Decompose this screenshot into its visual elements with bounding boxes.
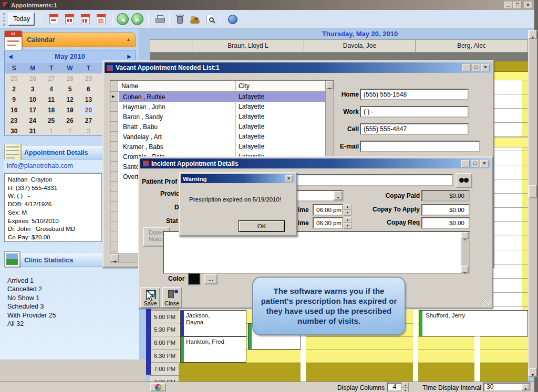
appointment-hankton[interactable]: Hankton, Fred: [180, 336, 246, 363]
display-columns-spinner[interactable]: ▲ ▼: [402, 383, 409, 391]
calendar-day[interactable]: 4: [42, 84, 60, 94]
notes-scroll-up-button[interactable]: ▲: [461, 232, 469, 239]
incident-minimize-button[interactable]: _: [461, 160, 470, 167]
calendar-day[interactable]: 25: [5, 73, 23, 84]
end-time-field[interactable]: 06:30 pm: [313, 217, 343, 229]
calendar-day[interactable]: 27: [42, 73, 60, 84]
spin-down-icon[interactable]: ▼: [402, 388, 409, 392]
multi-view-icon[interactable]: [95, 13, 107, 25]
table-row[interactable]: Kramer , Babs Lafayette: [119, 142, 326, 152]
incident-titlebar[interactable]: Incident Appointment Details _ □ ×: [140, 158, 491, 168]
scroll-down-button[interactable]: ▼: [529, 368, 537, 377]
back-button[interactable]: ◀: [117, 13, 129, 25]
appointment-jackson[interactable]: Jackson, Dayna: [180, 310, 246, 336]
collapse-icon[interactable]: ▴: [127, 36, 130, 42]
calendar-day[interactable]: 24: [23, 115, 42, 126]
calendar-day[interactable]: 10: [23, 94, 42, 105]
find-patient-button[interactable]: [456, 173, 472, 188]
month-view-icon[interactable]: [79, 13, 91, 25]
calendar-day[interactable]: 12: [60, 94, 79, 105]
table-row[interactable]: Hayman , John Lafayette: [119, 102, 326, 112]
calendar-day[interactable]: 26: [23, 73, 42, 84]
web-globe-icon[interactable]: [226, 13, 239, 25]
calendar-day[interactable]: 18: [42, 105, 60, 115]
next-month-button[interactable]: ▶: [127, 54, 131, 59]
ok-button[interactable]: OK: [239, 220, 285, 232]
close-button[interactable]: ×: [524, 2, 532, 9]
calendar-day[interactable]: 3: [79, 126, 98, 136]
work-phone-field[interactable]: ( ) -: [360, 106, 469, 118]
calendar-day[interactable]: 16: [5, 105, 23, 115]
table-row[interactable]: Baron , Sandy Lafayette: [119, 112, 326, 122]
warning-close-button[interactable]: ×: [285, 175, 293, 182]
print-icon[interactable]: [153, 13, 166, 25]
column-header-name[interactable]: Name: [118, 81, 235, 92]
week-view-icon[interactable]: [63, 13, 76, 25]
calendar-day[interactable]: 29: [79, 73, 98, 84]
scrollbar-thumb[interactable]: [529, 185, 537, 198]
table-scroll-left-button[interactable]: ◀: [110, 254, 119, 262]
calendar-day[interactable]: 13: [79, 94, 98, 105]
vacant-minimize-button[interactable]: _: [462, 64, 471, 71]
table-row[interactable]: Bhatt , Babu Lafayette: [119, 122, 326, 132]
prev-month-button[interactable]: ◀: [8, 54, 13, 59]
incident-close-button[interactable]: ×: [480, 160, 489, 167]
cell-phone-field[interactable]: (555) 555-4847: [360, 123, 469, 135]
vacant-close-button[interactable]: ×: [481, 64, 490, 71]
calendar-day[interactable]: 1: [42, 126, 60, 136]
calendar-day[interactable]: 17: [23, 105, 42, 115]
calendar-section-header[interactable]: Calendar ▴: [15, 33, 136, 47]
color-legend-button[interactable]: [150, 383, 166, 391]
calendar-day[interactable]: 2: [60, 126, 79, 136]
minimize-button[interactable]: _: [504, 2, 512, 9]
time-interval-dropdown[interactable]: 30 ▼: [483, 383, 531, 391]
day-view-icon[interactable]: [47, 13, 60, 25]
delete-icon[interactable]: [173, 13, 186, 25]
calendar-day[interactable]: 3: [23, 84, 42, 94]
warning-titlebar[interactable]: Warning ×: [181, 174, 295, 183]
dropdown-button[interactable]: ▼: [522, 384, 530, 390]
notes-scrollbar[interactable]: ▲ ▼: [461, 232, 469, 273]
calendar-day[interactable]: 30: [5, 126, 23, 136]
provider-column-header[interactable]: Braun, Lloyd L: [192, 39, 304, 52]
forward-button[interactable]: ▶: [131, 13, 143, 25]
provider-column-header[interactable]: Berg, Alec: [415, 39, 528, 52]
copay-req-field[interactable]: $0.00: [421, 217, 470, 229]
toolbar-drag-handle[interactable]: [3, 13, 5, 26]
calendar-day[interactable]: 28: [60, 73, 79, 84]
table-row[interactable]: Vandelay , Art Lafayette: [119, 132, 326, 142]
calendar-day[interactable]: 9: [5, 94, 23, 105]
column-header-city[interactable]: City: [235, 81, 326, 92]
vacant-titlebar[interactable]: Vacant Appointment Needed List:1 _ □ ×: [105, 62, 492, 73]
color-picker-button[interactable]: ...: [204, 274, 218, 284]
copay-apply-field[interactable]: $0.00: [421, 204, 470, 216]
calendar-day[interactable]: 25: [42, 115, 60, 126]
vacant-maximize-button[interactable]: □: [472, 64, 480, 71]
start-time-field[interactable]: 06:00 pm: [313, 204, 343, 216]
calendar-day[interactable]: 27: [79, 115, 98, 126]
calendar-day[interactable]: 11: [42, 94, 60, 105]
calendar-day[interactable]: 19: [60, 105, 79, 115]
calendar-day[interactable]: 2: [5, 84, 23, 94]
provider-column-header[interactable]: Davola, Joe: [304, 39, 416, 52]
calendar-day-selected[interactable]: 20: [79, 105, 98, 115]
scroll-up-button[interactable]: ▲: [529, 30, 537, 39]
table-scroll-up-button[interactable]: ▲: [326, 81, 334, 89]
notes-scroll-down-button[interactable]: ▼: [461, 266, 469, 273]
calendar-day[interactable]: 5: [60, 84, 79, 94]
maximize-button[interactable]: □: [513, 2, 522, 9]
patients-icon[interactable]: [188, 13, 201, 25]
calendar-day[interactable]: 23: [5, 115, 23, 126]
incident-maximize-button[interactable]: □: [471, 160, 479, 167]
home-phone-field[interactable]: (555) 555-1548: [360, 89, 469, 100]
email-field[interactable]: [360, 141, 480, 152]
color-swatch[interactable]: [188, 273, 201, 285]
spin-up-icon[interactable]: ▲: [402, 383, 409, 388]
today-button[interactable]: Today: [8, 13, 35, 26]
schedule-scrollbar[interactable]: ▲ ▼: [528, 30, 537, 377]
resize-grip[interactable]: [483, 299, 491, 306]
calendar-day[interactable]: 26: [60, 115, 79, 126]
calendar-day[interactable]: 6: [79, 84, 98, 94]
find-icon[interactable]: [204, 13, 216, 25]
close-window-button[interactable]: Close: [162, 287, 182, 308]
